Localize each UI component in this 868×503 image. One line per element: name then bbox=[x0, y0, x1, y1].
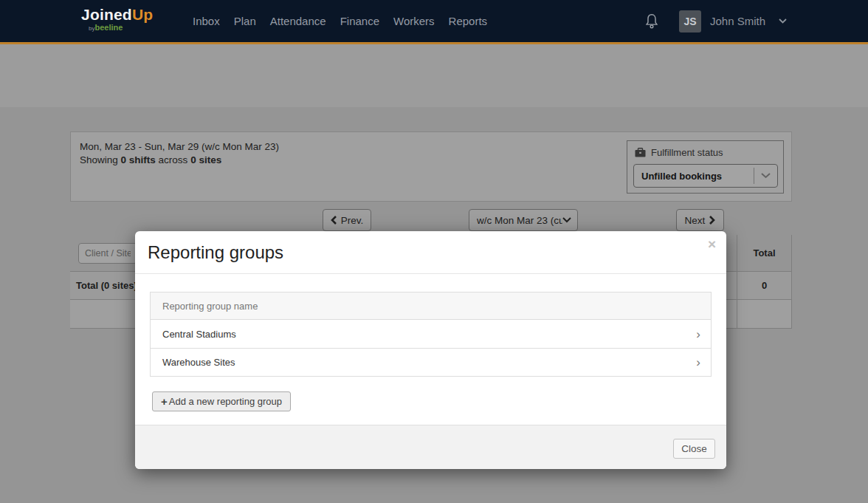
logo-wordmark: JoinedUp bbox=[81, 7, 153, 22]
modal-footer: Close bbox=[135, 425, 726, 469]
add-reporting-group-label: Add a new reporting group bbox=[169, 396, 282, 407]
reporting-group-name: Warehouse Sites bbox=[162, 357, 696, 368]
user-name[interactable]: John Smith bbox=[710, 15, 765, 27]
nav-item-reports[interactable]: Reports bbox=[449, 15, 488, 27]
reporting-groups-table: Reporting group name Central Stadiums › … bbox=[150, 292, 712, 377]
navbar-right: JS John Smith bbox=[644, 0, 787, 42]
logo-up-text: Up bbox=[132, 6, 153, 23]
reporting-groups-modal: Reporting groups × Reporting group name … bbox=[135, 231, 726, 469]
app-screen: JoinedUp bybeeline Inbox Plan Attendance… bbox=[0, 0, 868, 503]
nav-item-attendance[interactable]: Attendance bbox=[270, 15, 326, 27]
top-navbar: JoinedUp bybeeline Inbox Plan Attendance… bbox=[0, 0, 868, 44]
reporting-group-name-header: Reporting group name bbox=[151, 292, 711, 320]
plus-icon: + bbox=[161, 395, 168, 408]
user-avatar[interactable]: JS bbox=[679, 10, 701, 32]
modal-close-icon[interactable]: × bbox=[708, 237, 716, 251]
logo-joined-text: Joined bbox=[81, 6, 132, 23]
logo-byline: bybeeline bbox=[81, 24, 153, 32]
nav-item-workers[interactable]: Workers bbox=[393, 15, 435, 27]
nav-item-finance[interactable]: Finance bbox=[340, 15, 379, 27]
reporting-group-name: Central Stadiums bbox=[162, 329, 696, 340]
add-reporting-group-button[interactable]: + Add a new reporting group bbox=[152, 391, 291, 411]
modal-header: Reporting groups × bbox=[135, 231, 726, 274]
notifications-bell-icon[interactable] bbox=[644, 13, 660, 30]
nav-item-plan[interactable]: Plan bbox=[234, 15, 256, 27]
modal-body: Reporting group name Central Stadiums › … bbox=[135, 274, 726, 425]
modal-close-button[interactable]: Close bbox=[673, 439, 715, 459]
chevron-right-icon: › bbox=[696, 328, 700, 341]
main-nav: Inbox Plan Attendance Finance Workers Re… bbox=[193, 0, 487, 42]
reporting-group-row-central-stadiums[interactable]: Central Stadiums › bbox=[151, 320, 711, 348]
reporting-group-row-warehouse-sites[interactable]: Warehouse Sites › bbox=[151, 348, 711, 376]
modal-title: Reporting groups bbox=[148, 242, 283, 263]
chevron-right-icon: › bbox=[696, 356, 700, 369]
nav-item-inbox[interactable]: Inbox bbox=[193, 15, 220, 27]
logo-beeline-text: beeline bbox=[94, 23, 123, 32]
user-menu-chevron-down-icon[interactable] bbox=[779, 18, 787, 24]
joinedup-logo[interactable]: JoinedUp bybeeline bbox=[81, 7, 153, 32]
